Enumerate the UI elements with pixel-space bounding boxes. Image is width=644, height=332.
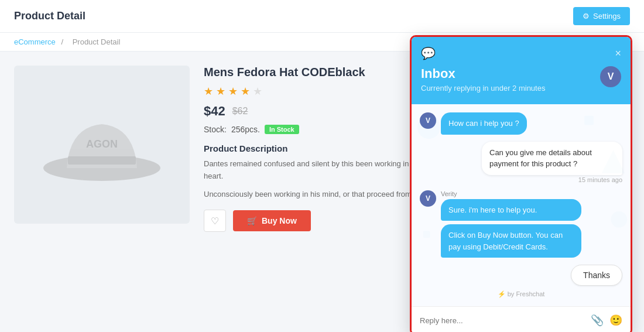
cart-icon: 🛒 [247,216,257,225]
top-bar: Product Detail ⚙ Settings [0,0,644,33]
chat-subtitle: Currently replying in under 2 minutes [421,84,621,93]
chat-agent-avatar: V [600,66,621,87]
breadcrumb-separator: / [61,37,65,46]
agent-sender-name: Verity [441,190,581,197]
thanks-row: Thanks [420,265,622,286]
stock-label: Stock: [204,125,227,134]
price-old: $62 [232,106,248,117]
reply-input[interactable] [420,316,585,325]
stock-qty: 256pcs. [231,125,260,134]
chat-header: 💬 × V Inbox Currently replying in under … [412,37,631,104]
message-row-user: Can you give me details about payment fo… [420,142,622,183]
page-title: Product Detail [14,10,85,22]
price-new: $42 [204,104,225,119]
chat-input-area: 📎 🙂 [412,306,631,332]
chat-close-button[interactable]: × [615,47,621,60]
heart-icon: ♡ [211,215,219,227]
gear-icon: ⚙ [583,12,590,20]
thanks-quick-reply[interactable]: Thanks [571,265,622,286]
star-3: ★ [228,85,238,97]
message-row: V How can i help you ? [420,112,622,135]
breadcrumb-link[interactable]: eCommerce [14,37,56,46]
star-5-empty: ★ [253,85,262,97]
star-2: ★ [216,85,225,97]
svg-text:AGON: AGON [86,138,118,150]
hat-illustration: AGON [37,92,166,197]
chat-icon: 💬 [421,46,436,60]
agent-bubble-2: Sure. i'm here to help you. [441,199,581,221]
agent-bubble-1: How can i help you ? [441,112,527,135]
product-image: AGON [14,66,190,224]
attach-icon[interactable]: 📎 [591,314,604,327]
settings-button[interactable]: ⚙ Settings [573,7,630,25]
emoji-icon[interactable]: 🙂 [609,314,622,327]
user-bubble: Can you give me details about payment fo… [482,142,622,175]
message-row-agent-2: V Verity Sure. i'm here to help you. Cli… [420,190,622,258]
wishlist-button[interactable]: ♡ [204,210,226,232]
agent-avatar-2: V [420,190,436,207]
freshchat-footer: ⚡ by Freshchat [420,286,622,300]
breadcrumb-current: Product Detail [73,37,121,46]
chat-header-top: 💬 × [421,46,621,60]
in-stock-badge: In Stock [265,125,299,134]
chat-body: V How can i help you ? Can you give me d… [412,104,631,306]
svg-rect-1 [68,156,136,165]
agent-bubble-3: Click on Buy Now button. You can pay usi… [441,224,581,258]
buy-now-button[interactable]: 🛒 Buy Now [233,210,311,231]
star-1: ★ [204,85,213,97]
agent-avatar-1: V [420,112,436,129]
message-meta: 15 minutes ago [482,176,622,183]
chat-widget: 💬 × V Inbox Currently replying in under … [410,35,632,332]
star-4: ★ [241,85,250,97]
chat-title: Inbox [421,66,621,81]
